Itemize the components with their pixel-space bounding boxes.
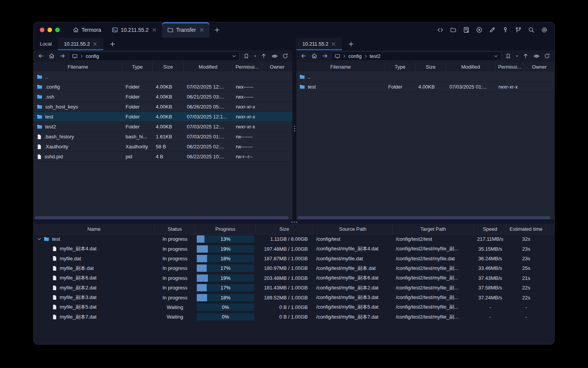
panel-tab-10-211-55-2[interactable]: 10.211.55.2 [58,38,103,50]
search-button[interactable] [527,25,536,34]
column-header-size[interactable]: Size [256,224,313,234]
key-button[interactable] [501,25,510,34]
file-row-test2[interactable]: test2Folder4.00KB07/03/2025 12:...rwxr-x… [34,122,292,132]
column-header-type[interactable]: Type [385,62,415,72]
column-header-owner[interactable]: Owner [262,62,292,72]
column-header-permissi-[interactable]: Permissi... [233,62,262,72]
close-icon[interactable] [93,42,97,46]
file-row-test[interactable]: testFolder4.00KB07/03/2025 12:1...rwxr-x… [34,112,292,122]
bookmark-dropdown-icon[interactable] [514,52,519,60]
record-button[interactable] [475,25,484,34]
column-header-type[interactable]: Type [122,62,153,72]
column-header-size[interactable]: Size [153,62,184,72]
transfer-row-myfile-4-dat[interactable]: myfile_副本4.datIn progress19%197.48MB / 1… [34,244,554,253]
transfer-row-myfile-dat[interactable]: myfile_副本.datIn progress17%180.97MB / 1.… [34,263,554,273]
transfer-row-myfile-2-dat[interactable]: myfile_副本2.datIn progress17%181.43MB / 1… [34,283,554,292]
path-field[interactable]: configtest2 [332,51,501,61]
close-icon[interactable] [152,28,157,32]
back-button[interactable] [37,52,45,60]
type-cell: Xauthority [122,142,153,151]
show-hidden-button[interactable] [270,52,279,60]
file-row-test[interactable]: testFolder4.00KB07/03/2025 01:...rwxr-xr… [296,82,554,92]
path-field[interactable]: config [69,51,240,61]
panel-tab-local[interactable]: Local [34,38,58,50]
code-button[interactable] [436,25,445,34]
add-panel-tab-button[interactable] [342,38,360,50]
titlebar-tab-transfer[interactable]: Transfer [162,22,209,38]
column-header-estimated-time[interactable]: Estimated time [506,224,546,234]
column-header-size[interactable]: Size [415,62,446,72]
target-path-cell: /config/test2/test/myfile_副... [393,302,474,312]
file-row--xauthority[interactable]: .XauthorityXauthority58 B06/22/2025 02:.… [34,142,292,152]
column-header-status[interactable]: Status [155,224,195,234]
macro-button[interactable] [462,25,471,34]
titlebar-tab-10-211-55-2[interactable]: 10.211.55.2 [106,22,162,38]
settings-button[interactable] [540,25,549,34]
file-icon [37,134,42,140]
home-button[interactable] [47,52,56,60]
upload-button[interactable] [521,52,530,60]
add-tab-button[interactable] [209,22,225,38]
file-row-sshd-pid[interactable]: sshd.pidpid4 B06/22/2025 10:...rw-r--r-- [34,152,292,162]
transfer-row-myfile-5-dat[interactable]: myfile_副本5.datWaiting0%0 B / 1.00GB/conf… [34,302,554,312]
upload-button[interactable] [260,52,268,60]
transfer-row-myfile-7-dat[interactable]: myfile_副本7.datWaiting0%0 B / 1.00GB/conf… [34,312,554,322]
titlebar-tab-termora[interactable]: Termora [67,22,106,38]
column-header-filename[interactable]: Filename [296,62,385,72]
chevron-down-icon[interactable] [37,237,44,242]
progress-bar: 18% [197,294,254,301]
file-row--[interactable]: .. [296,72,554,82]
scrollbar-thumb[interactable] [35,216,289,219]
bookmark-button[interactable] [242,52,250,60]
close-icon[interactable] [199,28,204,32]
column-header-source-path[interactable]: Source Path [313,224,393,234]
scrollbar-thumb[interactable] [297,216,550,219]
column-header-progress[interactable]: Progress [195,224,256,234]
forward-button[interactable] [321,52,329,60]
filename-cell: test2 [34,122,122,131]
transfer-splitter[interactable] [34,220,554,224]
file-row--ssh[interactable]: .sshFolder4.00KB06/21/2025 03:...rwx----… [34,92,292,102]
file-row--config[interactable]: .configFolder4.00KB07/02/2025 12:...rwx-… [34,82,292,92]
bookmark-dropdown-icon[interactable] [253,52,257,60]
file-row--bash-history[interactable]: .bash_historybash_hi...1.61KB07/03/2025 … [34,132,292,142]
column-header-modified[interactable]: Modified [184,62,233,72]
refresh-button[interactable] [281,52,289,60]
bookmark-button[interactable] [504,52,512,60]
show-hidden-button[interactable] [532,52,541,60]
forward-button[interactable] [58,52,67,60]
keychain-button[interactable] [514,25,523,34]
refresh-button[interactable] [543,52,551,60]
column-header-owner[interactable]: Owner [524,62,554,72]
breadcrumb-item[interactable]: config [348,53,362,59]
transfer-row-myfile-dat[interactable]: myfile.datIn progress18%187.87MB / 1.00G… [34,254,554,263]
close-icon[interactable] [331,42,336,46]
chevron-down-icon[interactable] [493,54,498,59]
column-header-speed[interactable]: Speed [474,224,506,234]
transfer-row-test[interactable]: testIn progress13%1.11GB / 8.00GB/config… [34,234,554,244]
breadcrumb-item[interactable]: test2 [370,53,381,59]
back-button[interactable] [299,52,308,60]
breadcrumb-item[interactable]: config [86,53,99,59]
home-button[interactable] [310,52,318,60]
progress-bar: 17% [197,284,254,291]
file-row--[interactable]: .. [34,72,292,82]
chevron-down-icon[interactable] [232,54,237,59]
transfer-row-myfile-6-dat[interactable]: myfile_副本6.datIn progress19%203.48MB / 1… [34,273,554,283]
column-header-permissi-[interactable]: Permissi... [495,62,524,72]
panel-splitter[interactable] [292,38,296,220]
transfer-row-myfile-3-dat[interactable]: myfile_副本3.datIn progress18%189.52MB / 1… [34,292,554,302]
minimize-window-button[interactable] [47,28,52,32]
column-header-filename[interactable]: Filename [34,62,122,72]
column-header-target-path[interactable]: Target Path [393,224,474,234]
add-panel-tab-button[interactable] [103,38,122,50]
panel-tab-10-211-55-2[interactable]: 10.211.55.2 [296,38,342,50]
folder-button[interactable] [449,25,458,34]
file-row-ssh-host-keys[interactable]: ssh_host_keysFolder4.00KB06/26/2025 05:.… [34,102,292,112]
folder-icon [37,104,42,110]
column-header-modified[interactable]: Modified [446,62,495,72]
edit-button[interactable] [488,25,497,34]
column-header-name[interactable]: Name [34,224,155,234]
zoom-window-button[interactable] [55,28,60,32]
close-window-button[interactable] [40,28,44,32]
